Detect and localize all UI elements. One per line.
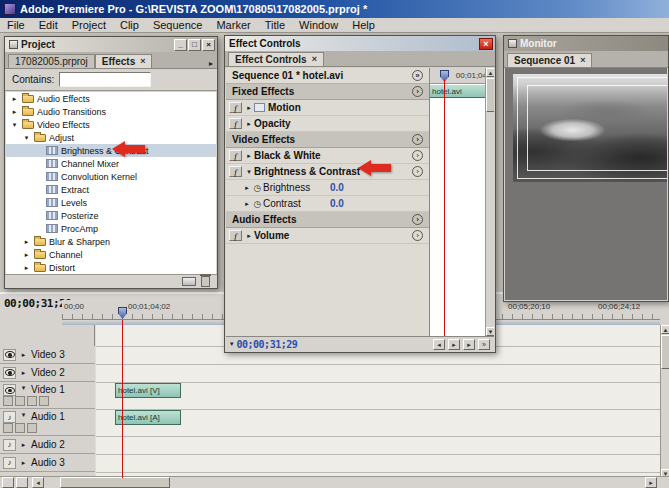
- monitor-titlebar[interactable]: Monitor: [504, 36, 668, 51]
- tab-effects[interactable]: Effects ×: [95, 54, 153, 68]
- tree-item-audio-transitions[interactable]: ▸Audio Transitions: [6, 105, 216, 118]
- project-panel-titlebar[interactable]: Project _ □ ×: [5, 37, 217, 52]
- tab-close-icon[interactable]: ×: [312, 55, 317, 64]
- track-visibility-toggle[interactable]: [3, 349, 16, 361]
- track-header-audio2[interactable]: ♪ ▸ Audio 2: [0, 436, 95, 454]
- tree-item-extract[interactable]: Extract: [6, 183, 216, 196]
- section-menu-icon[interactable]: ›: [412, 134, 423, 145]
- effect-row-opacity[interactable]: f ▸ Opacity: [226, 116, 429, 132]
- menu-window[interactable]: Window: [292, 18, 345, 32]
- effect-controls-scrollbar[interactable]: ▲ ▼: [485, 68, 494, 336]
- effect-toggle-icon[interactable]: f: [229, 230, 242, 241]
- section-menu-icon[interactable]: ›: [412, 86, 423, 97]
- effect-toggle-icon[interactable]: f: [229, 150, 242, 161]
- expander-icon[interactable]: ▸: [244, 104, 254, 112]
- loop-button[interactable]: »: [478, 339, 490, 350]
- track-expander-icon[interactable]: ▸: [19, 351, 28, 359]
- zoom-in-button[interactable]: [16, 477, 28, 488]
- timeline-vertical-scrollbar[interactable]: ▲ ▼: [660, 325, 669, 478]
- expander-icon[interactable]: ▾: [244, 168, 254, 176]
- scroll-right-icon[interactable]: ▸: [645, 477, 657, 488]
- stopwatch-icon[interactable]: ◷: [252, 199, 263, 209]
- track-expander-icon[interactable]: ▾: [19, 384, 28, 392]
- menu-marker[interactable]: Marker: [209, 18, 257, 32]
- param-value[interactable]: 0.0: [330, 198, 344, 209]
- expander-icon[interactable]: ▸: [22, 264, 31, 272]
- tree-item-adjust[interactable]: ▾Adjust: [6, 131, 216, 144]
- expander-icon[interactable]: ▸: [244, 120, 254, 128]
- scroll-up-icon[interactable]: ▲: [486, 68, 494, 77]
- delete-icon[interactable]: [201, 276, 210, 287]
- keyframe-lane[interactable]: 00;01;04 hotel.avi: [429, 68, 489, 336]
- param-row-contrast[interactable]: ▸ ◷ Contrast 0.0: [226, 196, 429, 212]
- zoom-out-button[interactable]: [2, 477, 14, 488]
- effect-row-black-white[interactable]: f ▸ Black & White ›: [226, 148, 429, 164]
- tab-sequence01[interactable]: Sequence 01 ×: [507, 53, 592, 67]
- tree-item-blur-sharpen[interactable]: ▸Blur & Sharpen: [6, 235, 216, 248]
- expander-icon[interactable]: ▸: [10, 95, 19, 103]
- menu-title[interactable]: Title: [258, 18, 292, 32]
- effect-toggle-icon[interactable]: f: [229, 118, 242, 129]
- expander-icon[interactable]: ▸: [242, 184, 252, 192]
- timecode-menu-icon[interactable]: ▾: [230, 340, 234, 348]
- track-expander-icon[interactable]: ▸: [19, 441, 28, 449]
- track-visibility-toggle[interactable]: [3, 384, 16, 396]
- mini-timeline-ruler[interactable]: 00;01;04: [430, 68, 489, 84]
- video-clip[interactable]: hotel.avi [V]: [115, 383, 181, 398]
- close-icon[interactable]: ×: [202, 39, 215, 51]
- zoom-in-icon[interactable]: ▸: [448, 339, 460, 350]
- tab-effect-controls[interactable]: Effect Controls ×: [228, 52, 324, 66]
- scroll-down-icon[interactable]: ▼: [486, 327, 494, 336]
- add-keyframe-icon[interactable]: [27, 396, 37, 406]
- tree-item-audio-effects[interactable]: ▸Audio Effects: [6, 92, 216, 105]
- effect-controls-titlebar[interactable]: Effect Controls ×: [225, 36, 495, 51]
- window-titlebar[interactable]: Adobe Premiere Pro - G:\REVISTA ZOOM\170…: [0, 0, 669, 18]
- scrollbar-thumb[interactable]: [60, 477, 170, 488]
- reset-icon[interactable]: ›: [412, 150, 423, 161]
- play-button[interactable]: ▸: [463, 339, 475, 350]
- expander-icon[interactable]: ▾: [22, 134, 31, 142]
- section-menu-icon[interactable]: ›: [412, 214, 423, 225]
- expander-icon[interactable]: ▸: [242, 200, 252, 208]
- expander-icon[interactable]: ▸: [22, 238, 31, 246]
- prev-keyframe-icon[interactable]: [15, 396, 25, 406]
- track-expander-icon[interactable]: ▸: [19, 369, 28, 377]
- show-timeline-view-icon[interactable]: »: [412, 70, 423, 81]
- expander-icon[interactable]: ▸: [22, 251, 31, 259]
- scroll-up-icon[interactable]: ▲: [661, 325, 669, 334]
- maximize-icon[interactable]: □: [188, 39, 201, 51]
- tab-close-icon[interactable]: ×: [140, 57, 145, 66]
- menu-sequence[interactable]: Sequence: [146, 18, 210, 32]
- effect-row-motion[interactable]: f ▸ Motion: [226, 100, 429, 116]
- scroll-left-icon[interactable]: ◂: [32, 477, 44, 488]
- track-header-video2[interactable]: ▸ Video 2: [0, 364, 95, 382]
- tree-item-procamp[interactable]: ProcAmp: [6, 222, 216, 235]
- reset-icon[interactable]: ›: [412, 230, 423, 241]
- tree-item-posterize[interactable]: Posterize: [6, 209, 216, 222]
- expander-icon[interactable]: ▸: [244, 152, 254, 160]
- tab-close-icon[interactable]: ×: [580, 56, 585, 65]
- tree-item-distort[interactable]: ▸Distort: [6, 261, 216, 274]
- param-row-brightness[interactable]: ▸ ◷ Brightness 0.0: [226, 180, 429, 196]
- track-header-video3[interactable]: ▸ Video 3: [0, 346, 95, 364]
- param-value[interactable]: 0.0: [330, 182, 344, 193]
- tree-item-convolution-kernel[interactable]: Convolution Kernel: [6, 170, 216, 183]
- timeline-horizontal-scrollbar[interactable]: ◂ ▸: [0, 476, 669, 488]
- display-style-icon[interactable]: [3, 396, 13, 406]
- zoom-out-icon[interactable]: ◂: [433, 339, 445, 350]
- prev-keyframe-icon[interactable]: [15, 423, 25, 433]
- effect-toggle-icon[interactable]: f: [229, 166, 242, 177]
- track-visibility-toggle[interactable]: [3, 367, 16, 379]
- tree-item-channel-mixer[interactable]: Channel Mixer: [6, 157, 216, 170]
- menu-edit[interactable]: Edit: [32, 18, 65, 32]
- tab-project-file[interactable]: 17082005.prproj: [8, 54, 95, 68]
- reset-icon[interactable]: ›: [412, 166, 423, 177]
- stopwatch-icon[interactable]: ◷: [252, 183, 263, 193]
- lane-playhead-line[interactable]: [444, 80, 445, 336]
- track-mute-toggle[interactable]: ♪: [3, 439, 16, 451]
- menu-clip[interactable]: Clip: [113, 18, 146, 32]
- current-timecode[interactable]: 00;00;31;29: [237, 339, 298, 350]
- timeline-playhead-line[interactable]: [122, 320, 123, 478]
- close-icon[interactable]: ×: [479, 38, 493, 50]
- track-header-audio3[interactable]: ♪ ▸ Audio 3: [0, 454, 95, 472]
